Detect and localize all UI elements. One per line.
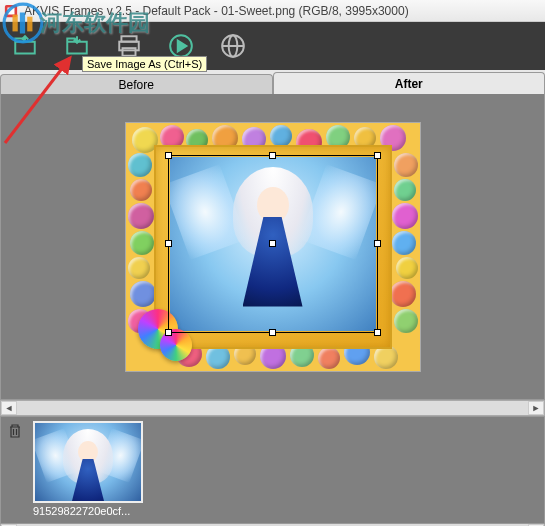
framed-image-preview — [125, 122, 421, 372]
selection-box[interactable] — [168, 155, 378, 333]
trash-icon[interactable] — [7, 423, 23, 439]
frames-app-icon — [4, 4, 18, 18]
resize-handle-bm[interactable] — [269, 329, 276, 336]
globe-icon — [220, 33, 246, 59]
svg-rect-6 — [8, 7, 15, 14]
rotate-handle[interactable] — [269, 240, 276, 247]
resize-handle-bl[interactable] — [165, 329, 172, 336]
web-button[interactable] — [216, 29, 250, 63]
thumbnail-label: 91529822720e0cf... — [33, 505, 143, 517]
thumbnail-strip: 91529822720e0cf... — [0, 416, 545, 524]
resize-handle-ml[interactable] — [165, 240, 172, 247]
scroll-right-button[interactable]: ► — [528, 401, 544, 415]
window-title: AKVIS Frames v.2.5 - Default Pack - 01-S… — [24, 4, 409, 18]
resize-handle-mr[interactable] — [374, 240, 381, 247]
resize-handle-tl[interactable] — [165, 152, 172, 159]
window-titlebar: AKVIS Frames v.2.5 - Default Pack - 01-S… — [0, 0, 545, 22]
before-after-tabs: Before After — [0, 70, 545, 94]
strip-controls — [5, 421, 25, 519]
canvas-hscrollbar[interactable]: ◄ ► — [0, 400, 545, 416]
open-button[interactable] — [8, 29, 42, 63]
tab-after[interactable]: After — [273, 72, 546, 94]
resize-handle-tr[interactable] — [374, 152, 381, 159]
svg-rect-9 — [123, 48, 136, 56]
thumbnail-item[interactable]: 91529822720e0cf... — [33, 421, 153, 519]
tab-before[interactable]: Before — [0, 74, 273, 94]
scroll-left-button[interactable]: ◄ — [1, 401, 17, 415]
folder-open-icon — [12, 33, 38, 59]
resize-handle-br[interactable] — [374, 329, 381, 336]
resize-handle-tm[interactable] — [269, 152, 276, 159]
thumbnail-image — [33, 421, 143, 503]
scroll-track[interactable] — [17, 401, 528, 415]
save-tooltip: Save Image As (Ctrl+S) — [82, 56, 207, 72]
canvas-viewport[interactable] — [0, 94, 545, 400]
